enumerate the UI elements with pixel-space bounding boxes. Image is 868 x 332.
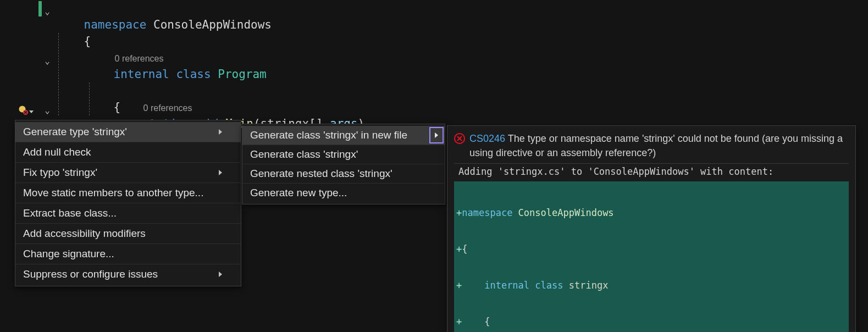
- submenu-item-generate-class[interactable]: Generate class 'stringx': [242, 145, 445, 164]
- diff-preview: +namespace ConsoleAppWindows +{ + intern…: [454, 181, 849, 332]
- menu-item-label: Add null check: [23, 146, 91, 158]
- diff-heading: Adding 'stringx.cs' to 'ConsoleAppWindow…: [454, 164, 849, 179]
- menu-item-label: Generate new type...: [250, 187, 347, 199]
- menu-item-label: Fix typo 'stringx': [23, 167, 97, 179]
- lightbulb-error-icon: [18, 105, 28, 115]
- menu-item-suppress-configure[interactable]: Suppress or configure issues: [15, 264, 241, 284]
- generate-type-submenu: Generate class 'stringx' in new file Gen…: [242, 124, 445, 204]
- menu-item-label: Generate type 'stringx': [23, 126, 127, 138]
- quick-action-preview-panel: CS0246 The type or namespace name 'strin…: [447, 125, 856, 332]
- menu-item-change-signature[interactable]: Change signature...: [15, 244, 241, 264]
- chevron-down-icon: [29, 110, 34, 113]
- quick-actions-button[interactable]: [18, 103, 36, 117]
- chevron-right-icon: [219, 129, 222, 135]
- menu-item-move-static-members[interactable]: Move static members to another type...: [15, 182, 241, 203]
- menu-item-fix-typo[interactable]: Fix typo 'stringx': [15, 162, 241, 182]
- menu-item-label: Suppress or configure issues: [23, 268, 158, 280]
- menu-item-label: Extract base class...: [23, 207, 117, 219]
- menu-item-add-accessibility-modifiers[interactable]: Add accessibility modifiers: [15, 223, 241, 244]
- error-icon: [454, 133, 465, 144]
- error-message: The type or namespace name 'stringx' cou…: [469, 133, 843, 158]
- menu-item-label: Generate class 'stringx': [250, 148, 358, 161]
- menu-item-label: Generate class 'stringx' in new file: [250, 129, 407, 141]
- menu-item-extract-base-class[interactable]: Extract base class...: [15, 203, 241, 223]
- submenu-selection-arrow[interactable]: [429, 127, 444, 143]
- submenu-item-generate-nested-class[interactable]: Generate nested class 'stringx': [242, 164, 445, 183]
- menu-item-generate-type[interactable]: Generate type 'stringx': [15, 122, 241, 142]
- submenu-item-generate-class-new-file[interactable]: Generate class 'stringx' in new file: [242, 126, 445, 145]
- menu-item-label: Move static members to another type...: [23, 187, 203, 199]
- submenu-item-generate-new-type[interactable]: Generate new type...: [242, 183, 445, 202]
- chevron-right-icon: [435, 132, 438, 138]
- chevron-right-icon: [219, 272, 222, 277]
- code-editor[interactable]: ⌄ namespace ConsoleAppWindows { 0 refere…: [38, 0, 364, 115]
- menu-item-label: Change signature...: [23, 248, 114, 260]
- menu-item-add-null-check[interactable]: Add null check: [15, 142, 241, 162]
- error-code: CS0246: [469, 133, 505, 144]
- menu-item-label: Add accessibility modifiers: [23, 228, 146, 240]
- chevron-right-icon: [219, 170, 222, 175]
- menu-item-label: Generate nested class 'stringx': [250, 168, 392, 180]
- quick-actions-menu: Generate type 'stringx' Add null check F…: [15, 120, 241, 286]
